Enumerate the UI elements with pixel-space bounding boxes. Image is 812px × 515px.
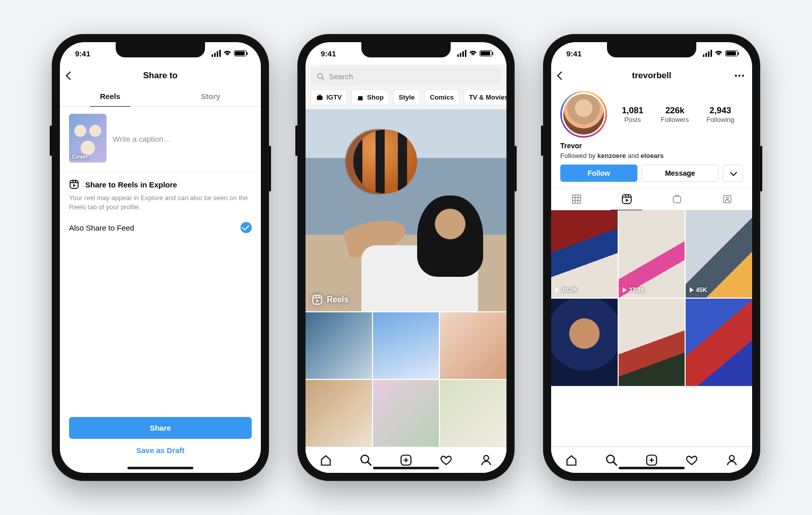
notch xyxy=(607,42,696,57)
signal-icon xyxy=(703,50,712,57)
search-icon xyxy=(317,73,325,81)
reel-tile[interactable] xyxy=(619,299,685,386)
chip-label: Shop xyxy=(367,93,384,101)
reel-tile[interactable]: 45K xyxy=(686,210,752,298)
explore-tile[interactable] xyxy=(440,380,506,446)
back-button[interactable] xyxy=(67,73,73,79)
home-indicator[interactable] xyxy=(619,467,685,469)
explore-section: Share to Reels in Explore Your reel may … xyxy=(60,172,261,215)
tab-home[interactable] xyxy=(319,454,332,467)
tab-create[interactable] xyxy=(645,454,658,467)
tab-story[interactable]: Story xyxy=(160,87,261,106)
reel-tile[interactable]: 37.3K xyxy=(619,210,685,298)
search-input[interactable]: Search xyxy=(311,68,501,85)
explore-grid: Reels xyxy=(306,109,506,446)
stat-label: Followers xyxy=(661,116,689,123)
tab-reels[interactable]: Reels xyxy=(60,87,160,106)
search-placeholder: Search xyxy=(329,72,353,81)
message-button[interactable]: Message xyxy=(641,165,719,182)
tab-search[interactable] xyxy=(359,454,373,467)
also-share-feed-row[interactable]: Also Share to Feed xyxy=(60,215,261,240)
chevron-left-icon xyxy=(557,72,566,80)
save-draft-button[interactable]: Save as Draft xyxy=(69,439,252,456)
followed-by-user[interactable]: kenzoere xyxy=(597,152,626,159)
share-button[interactable]: Share xyxy=(69,417,252,439)
display-name: Trevor xyxy=(551,139,752,151)
reels-badge-label: Reels xyxy=(327,295,349,304)
nav-bar: Share to xyxy=(60,65,261,87)
avatar-story-ring[interactable] xyxy=(560,91,607,138)
chip-tv-movies[interactable]: TV & Movies xyxy=(463,89,506,105)
stat-posts[interactable]: 1,081 Posts xyxy=(622,106,644,123)
back-button[interactable] xyxy=(558,73,564,79)
reel-tile[interactable] xyxy=(551,299,618,386)
explore-tile[interactable] xyxy=(373,380,439,446)
status-time: 9:41 xyxy=(321,49,336,58)
profile-username: trevorbell xyxy=(632,71,671,81)
more-options-button[interactable] xyxy=(735,75,744,77)
ptab-reels[interactable] xyxy=(601,188,652,210)
tab-profile[interactable] xyxy=(725,454,738,467)
phone-mockup-profile: 9:41 trevorbell 1,081 Posts xyxy=(543,34,760,481)
follow-button[interactable]: Follow xyxy=(560,165,637,182)
followed-by-user[interactable]: eloears xyxy=(640,152,664,159)
caption-input[interactable] xyxy=(113,114,252,163)
profile-header: 1,081 Posts 226k Followers 2,943 Followi… xyxy=(551,87,752,139)
chip-label: TV & Movies xyxy=(469,93,506,101)
tab-activity[interactable] xyxy=(439,454,453,467)
chip-shop[interactable]: Shop xyxy=(351,89,389,105)
phone-mockup-share: 9:41 Share to Reels Story Cover xyxy=(52,34,269,481)
play-count: 30.2K xyxy=(555,286,578,294)
explore-tile[interactable] xyxy=(373,312,439,379)
tab-search[interactable] xyxy=(605,454,618,467)
profile-content-tabs xyxy=(551,188,752,210)
explore-tile[interactable] xyxy=(440,312,506,379)
cover-thumbnail[interactable]: Cover xyxy=(69,114,107,163)
chip-label: Comics xyxy=(430,93,454,101)
tab-activity[interactable] xyxy=(685,454,698,467)
reels-icon xyxy=(69,179,79,189)
stat-following[interactable]: 2,943 Following xyxy=(706,106,734,123)
ptab-grid[interactable] xyxy=(551,188,601,210)
play-count: 37.3K xyxy=(623,286,645,294)
battery-icon xyxy=(725,50,738,56)
home-indicator[interactable] xyxy=(127,467,193,469)
compose-area: Cover xyxy=(60,107,261,172)
profile-reels-grid: 30.2K 37.3K 45K xyxy=(551,210,752,446)
stat-followers[interactable]: 226k Followers xyxy=(661,106,689,123)
play-icon xyxy=(623,287,627,293)
reels-icon xyxy=(312,294,323,305)
page-title: Share to xyxy=(143,71,178,81)
bag-icon xyxy=(357,94,364,101)
tv-icon xyxy=(316,94,323,101)
suggested-users-button[interactable] xyxy=(723,165,743,182)
reel-tile[interactable] xyxy=(686,299,752,386)
tab-home[interactable] xyxy=(565,454,578,467)
tab-create[interactable] xyxy=(399,454,413,467)
chevron-down-icon xyxy=(730,169,737,176)
ptab-tagged[interactable] xyxy=(702,188,752,210)
explore-tile[interactable] xyxy=(306,380,372,446)
wifi-icon xyxy=(469,50,477,56)
chip-comics[interactable]: Comics xyxy=(424,89,459,105)
stat-label: Posts xyxy=(622,116,644,123)
signal-icon xyxy=(212,50,221,57)
reels-badge: Reels xyxy=(312,294,349,305)
checkmark-icon xyxy=(241,222,252,233)
chip-label: IGTV xyxy=(326,93,342,101)
ptab-igtv[interactable] xyxy=(652,188,702,210)
chip-igtv[interactable]: IGTV xyxy=(311,89,347,105)
explore-tile[interactable] xyxy=(306,312,372,379)
reel-tile[interactable]: 30.2K xyxy=(551,210,618,298)
tab-profile[interactable] xyxy=(480,454,493,467)
wifi-icon xyxy=(223,50,231,56)
explore-hero-reel[interactable]: Reels xyxy=(306,109,506,311)
chevron-left-icon xyxy=(66,72,75,80)
cover-label: Cover xyxy=(72,153,88,159)
chip-style[interactable]: Style xyxy=(393,89,420,105)
explore-heading: Share to Reels in Explore xyxy=(85,180,177,189)
phone-mockup-explore: 9:41 Search IGTV Sh xyxy=(297,34,515,481)
play-count: 45K xyxy=(690,286,707,294)
home-indicator[interactable] xyxy=(373,467,439,469)
play-icon xyxy=(555,287,559,293)
